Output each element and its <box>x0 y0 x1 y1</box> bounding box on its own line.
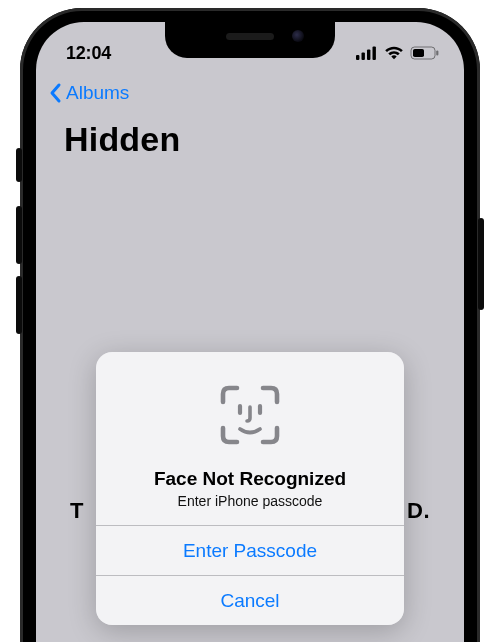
cellular-icon <box>356 46 378 60</box>
volume-down <box>16 276 22 334</box>
status-time: 12:04 <box>66 43 111 64</box>
faceid-icon <box>215 380 285 450</box>
svg-rect-3 <box>373 47 376 61</box>
chevron-left-icon <box>48 82 64 104</box>
battery-icon <box>410 46 440 60</box>
screen: 12:04 <box>36 22 464 642</box>
back-button[interactable]: Albums <box>48 82 129 104</box>
svg-rect-6 <box>413 49 424 57</box>
svg-rect-1 <box>362 53 365 61</box>
phone-frame: 12:04 <box>20 8 480 642</box>
nav-header: Albums Hidden <box>36 78 464 165</box>
wifi-icon <box>384 46 404 60</box>
background-text-right: D. <box>407 498 430 524</box>
svg-rect-5 <box>436 51 438 56</box>
volume-up <box>16 206 22 264</box>
side-button <box>478 218 484 310</box>
svg-rect-2 <box>367 50 370 61</box>
alert-body: Face Not Recognized Enter iPhone passcod… <box>96 352 404 525</box>
enter-passcode-button[interactable]: Enter Passcode <box>96 525 404 575</box>
faceid-alert: Face Not Recognized Enter iPhone passcod… <box>96 352 404 625</box>
cancel-button[interactable]: Cancel <box>96 575 404 625</box>
page-title: Hidden <box>64 120 452 159</box>
svg-rect-0 <box>356 55 359 60</box>
alert-title: Face Not Recognized <box>112 468 388 490</box>
status-right <box>356 46 440 60</box>
silent-switch <box>16 148 22 182</box>
background-text-left: T <box>70 498 84 524</box>
notch <box>165 22 335 58</box>
alert-subtitle: Enter iPhone passcode <box>112 493 388 509</box>
back-label: Albums <box>66 82 129 104</box>
